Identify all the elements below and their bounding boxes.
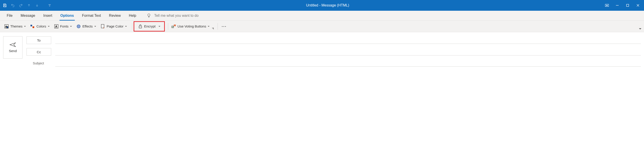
subject-input[interactable] bbox=[55, 60, 641, 67]
tab-help[interactable]: Help bbox=[125, 11, 140, 20]
send-button[interactable]: Send bbox=[3, 36, 22, 59]
svg-rect-15 bbox=[172, 26, 173, 28]
ribbon-display-icon[interactable] bbox=[602, 1, 612, 9]
quick-access-toolbar bbox=[1, 1, 54, 9]
collapse-ribbon-icon[interactable] bbox=[638, 27, 642, 31]
tell-me-input[interactable] bbox=[154, 14, 222, 18]
chevron-down-icon bbox=[24, 25, 26, 27]
cc-input[interactable] bbox=[55, 48, 641, 56]
to-button[interactable]: To bbox=[26, 36, 51, 44]
fonts-icon: A bbox=[54, 24, 59, 29]
window-controls bbox=[602, 1, 643, 9]
colors-icon bbox=[30, 24, 35, 29]
redo-icon[interactable] bbox=[17, 1, 25, 9]
voting-icon bbox=[171, 24, 176, 29]
save-icon[interactable] bbox=[1, 1, 8, 9]
fonts-button[interactable]: A Fonts bbox=[52, 22, 74, 30]
compose-pane: Send To Cc Subject bbox=[0, 32, 644, 71]
customize-qat-icon[interactable] bbox=[46, 1, 54, 9]
ribbon-options: A Themes Colors A Fonts Effects bbox=[0, 21, 644, 32]
dialog-launcher-icon[interactable] bbox=[212, 27, 214, 30]
effects-icon bbox=[76, 24, 81, 29]
title-bar: Untitled - Message (HTML) bbox=[0, 0, 644, 11]
svg-point-12 bbox=[77, 25, 80, 28]
themes-button[interactable]: A Themes bbox=[2, 22, 28, 30]
chevron-down-icon bbox=[94, 25, 96, 27]
voting-buttons-button[interactable]: Use Voting Buttons bbox=[170, 22, 212, 30]
colors-button[interactable]: Colors bbox=[28, 22, 52, 30]
tab-format-text[interactable]: Format Text bbox=[78, 11, 105, 20]
chevron-down-icon bbox=[208, 25, 210, 27]
svg-rect-9 bbox=[32, 26, 34, 28]
effects-label: Effects bbox=[82, 24, 93, 28]
svg-rect-8 bbox=[30, 25, 32, 26]
more-commands-button[interactable]: ⋯ bbox=[219, 23, 229, 29]
page-color-icon bbox=[100, 24, 105, 29]
effects-button[interactable]: Effects bbox=[74, 22, 98, 30]
lightbulb-icon bbox=[147, 13, 151, 18]
tab-review[interactable]: Review bbox=[105, 11, 124, 20]
lock-icon bbox=[138, 24, 143, 29]
themes-label: Themes bbox=[10, 24, 22, 28]
chevron-down-icon bbox=[48, 25, 50, 27]
page-color-button[interactable]: Page Color bbox=[98, 22, 129, 30]
themes-icon: A bbox=[4, 24, 9, 29]
ribbon-separator bbox=[218, 23, 218, 30]
send-label: Send bbox=[9, 49, 16, 53]
encrypt-button[interactable]: Encrypt bbox=[136, 22, 163, 30]
minimize-button[interactable] bbox=[612, 1, 622, 9]
tab-message[interactable]: Message bbox=[16, 11, 39, 20]
svg-rect-2 bbox=[626, 4, 629, 6]
undo-icon[interactable] bbox=[9, 1, 16, 9]
prev-item-icon[interactable] bbox=[25, 1, 33, 9]
next-item-icon[interactable] bbox=[33, 1, 41, 9]
tab-insert[interactable]: Insert bbox=[39, 11, 56, 20]
fonts-label: Fonts bbox=[60, 24, 69, 28]
send-icon bbox=[10, 42, 16, 47]
subject-label: Subject bbox=[26, 61, 55, 65]
window-title: Untitled - Message (HTML) bbox=[54, 3, 602, 7]
colors-label: Colors bbox=[36, 24, 46, 28]
to-input[interactable] bbox=[55, 37, 641, 44]
svg-rect-7 bbox=[6, 26, 8, 28]
ribbon-separator bbox=[132, 23, 132, 30]
ribbon-tabs: File Message Insert Options Format Text … bbox=[0, 11, 644, 21]
chevron-down-icon bbox=[125, 25, 127, 27]
encrypt-highlight: Encrypt bbox=[134, 21, 165, 32]
ribbon-separator bbox=[168, 23, 168, 30]
voting-label: Use Voting Buttons bbox=[178, 24, 206, 28]
svg-rect-14 bbox=[139, 26, 142, 28]
page-color-label: Page Color bbox=[107, 24, 124, 28]
cc-button[interactable]: Cc bbox=[26, 48, 51, 56]
chevron-down-icon bbox=[70, 25, 72, 27]
tab-file[interactable]: File bbox=[3, 11, 16, 20]
tab-options[interactable]: Options bbox=[56, 11, 78, 20]
encrypt-label: Encrypt bbox=[144, 24, 156, 28]
tell-me-search[interactable] bbox=[147, 13, 222, 18]
svg-text:A: A bbox=[55, 25, 57, 28]
chevron-down-icon bbox=[158, 25, 160, 27]
close-button[interactable] bbox=[633, 1, 643, 9]
maximize-button[interactable] bbox=[622, 1, 633, 9]
